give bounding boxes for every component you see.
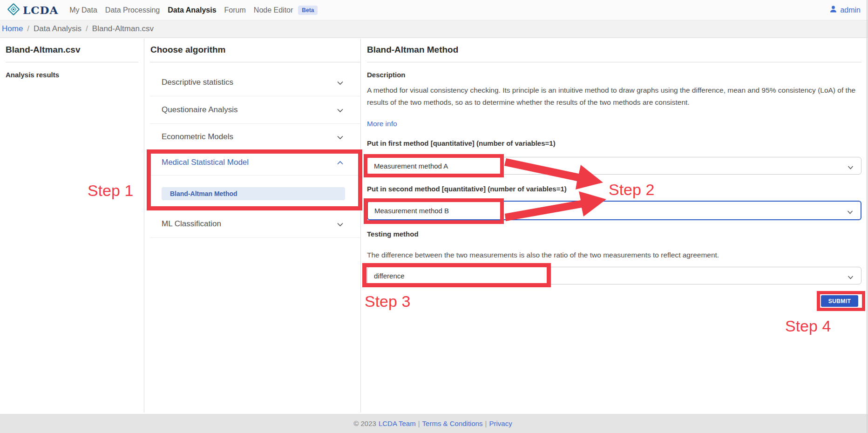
more-info-link[interactable]: More info (367, 120, 397, 128)
chevron-down-icon (847, 208, 853, 216)
person-icon (829, 5, 837, 15)
step1-label: Step 1 (88, 182, 133, 200)
user-name: admin (840, 6, 861, 14)
second-method-value: Measurement method B (374, 207, 449, 215)
nav-item-forum[interactable]: Forum (224, 6, 246, 14)
chevron-down-icon (848, 273, 854, 281)
description-text: A method for visual consistency checking… (367, 84, 861, 108)
footer: © 2023 LCDA Team | Terms & Conditions | … (0, 414, 868, 433)
beta-badge: Beta (298, 6, 318, 15)
testing-method-select[interactable]: difference (367, 267, 861, 284)
top-nav: LCDA My Data Data Processing Data Analys… (0, 0, 868, 20)
panel-divider (144, 39, 144, 413)
user-menu[interactable]: admin (829, 5, 861, 15)
footer-link-lcda-team[interactable]: LCDA Team (379, 419, 416, 427)
method-panel-title: Bland-Altman Method (367, 45, 458, 55)
step2-label: Step 2 (609, 181, 654, 199)
accordion-item-ml-classification[interactable]: ML Classification (150, 210, 360, 238)
copyright-text: © 2023 (353, 419, 376, 427)
submit-button[interactable]: SUBMIT (821, 295, 858, 307)
first-method-value: Measurement method A (374, 162, 448, 170)
breadcrumb-separator: / (27, 24, 29, 34)
chevron-down-icon (337, 107, 344, 116)
algorithm-panel-title: Choose algorithm (150, 45, 226, 55)
breadcrumb-data-analysis[interactable]: Data Analysis (34, 24, 81, 34)
footer-separator: | (418, 419, 420, 427)
chevron-down-icon (848, 163, 854, 171)
chevron-up-icon (337, 159, 344, 169)
app-window: LCDA My Data Data Processing Data Analys… (0, 0, 868, 433)
accordion-children: Bland-Altman Method (150, 176, 360, 210)
divider (367, 62, 861, 62)
breadcrumb: Home / Data Analysis / Bland-Altman.csv (0, 20, 868, 38)
nav-item-my-data[interactable]: My Data (69, 6, 97, 14)
breadcrumb-home[interactable]: Home (2, 24, 23, 34)
accordion-item-label: Econometric Models (162, 132, 233, 142)
nav-item-data-analysis[interactable]: Data Analysis (168, 6, 216, 14)
accordion-item-label: Questionaire Analysis (162, 105, 237, 115)
divider (150, 62, 360, 62)
chevron-down-icon (337, 79, 344, 88)
chevron-down-icon (337, 134, 344, 143)
nav-item-node-editor[interactable]: Node Editor (254, 6, 293, 14)
chevron-down-icon (337, 221, 344, 230)
logo[interactable]: LCDA (7, 3, 58, 17)
diamond-icon (7, 3, 20, 17)
subitem-label: Bland-Altman Method (170, 190, 237, 197)
footer-link-terms[interactable]: Terms & Conditions (422, 419, 483, 427)
step4-label: Step 4 (785, 317, 831, 335)
footer-separator: | (485, 419, 487, 427)
nav-item-data-processing[interactable]: Data Processing (105, 6, 160, 14)
nav-items: My Data Data Processing Data Analysis Fo… (69, 6, 318, 15)
breadcrumb-current-file: Bland-Altman.csv (92, 24, 154, 34)
testing-method-label: Testing method (367, 230, 419, 238)
breadcrumb-separator: / (86, 24, 88, 34)
testing-method-description: The difference between the two measureme… (367, 249, 861, 261)
file-panel-title: Bland-Altman.csv (6, 45, 80, 55)
description-heading: Description (367, 71, 406, 79)
accordion-item-label: Medical Statistical Model (162, 158, 249, 167)
accordion-item-label: ML Classification (162, 219, 221, 229)
footer-link-privacy[interactable]: Privacy (489, 419, 512, 427)
accordion-item-medical-statistical-model[interactable]: Medical Statistical Model (150, 150, 360, 176)
step3-label: Step 3 (365, 292, 410, 311)
window-edge (867, 0, 868, 433)
analysis-results-label: Analysis results (6, 71, 59, 79)
accordion-item-descriptive-statistics[interactable]: Descriptive statistics (150, 69, 360, 96)
first-method-select[interactable]: Measurement method A (367, 157, 861, 175)
accordion-item-label: Descriptive statistics (162, 78, 233, 87)
second-method-label: Put in second method [quantitative] (num… (367, 185, 567, 193)
first-method-label: Put in first method [quantitative] (numb… (367, 139, 556, 147)
divider (6, 62, 138, 62)
accordion-item-questionaire-analysis[interactable]: Questionaire Analysis (150, 96, 360, 124)
testing-method-value: difference (374, 272, 405, 280)
panel-divider (360, 39, 361, 413)
accordion-subitem-bland-altman-method[interactable]: Bland-Altman Method (162, 187, 345, 200)
brand-text: LCDA (23, 4, 58, 16)
accordion-item-econometric-models[interactable]: Econometric Models (150, 124, 360, 150)
second-method-select[interactable]: Measurement method B (367, 201, 861, 220)
